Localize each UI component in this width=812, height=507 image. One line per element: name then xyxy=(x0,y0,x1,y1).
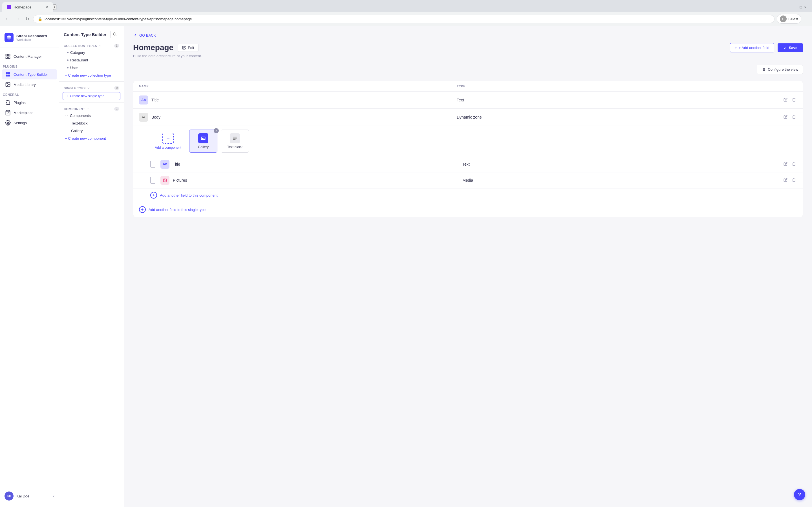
add-field-component-label: Add another field to this component xyxy=(160,193,218,198)
profile-btn[interactable]: G Guest xyxy=(777,14,801,24)
sidebar-item-content-manager-label: Content Manager xyxy=(13,54,42,59)
svg-rect-4 xyxy=(6,72,8,74)
content-table: NAME TYPE Ab Title Text xyxy=(133,81,803,217)
create-component-btn[interactable]: + Create new component xyxy=(59,135,124,142)
delete-field-title-btn[interactable] xyxy=(791,97,797,104)
save-btn[interactable]: Save xyxy=(777,43,803,52)
svg-rect-7 xyxy=(8,75,10,76)
field-label-title: Title xyxy=(151,98,159,102)
component-item-gallery[interactable]: × Gallery xyxy=(189,129,217,153)
nested-field-actions-pictures xyxy=(774,177,797,184)
create-component-label: + Create new component xyxy=(65,136,106,140)
sidebar-collapse-btn[interactable]: ‹ xyxy=(53,494,54,498)
go-back-btn[interactable]: GO BACK xyxy=(133,33,803,38)
panel-item-user[interactable]: User xyxy=(59,64,124,71)
panel-search-btn[interactable] xyxy=(110,31,119,38)
sidebar-item-settings[interactable]: Settings xyxy=(2,118,57,128)
sidebar-item-marketplace[interactable]: Marketplace xyxy=(2,108,57,118)
new-tab-btn[interactable]: + xyxy=(53,4,56,10)
panel-item-user-label: User xyxy=(70,66,78,70)
url-text: localhost:1337/admin/plugins/content-typ… xyxy=(45,17,192,21)
menu-dots[interactable]: ⋮ xyxy=(804,16,809,22)
svg-rect-2 xyxy=(6,57,8,59)
sidebar-item-media-library[interactable]: Media Library xyxy=(2,79,57,90)
configure-view-btn[interactable]: Configure the view xyxy=(757,65,803,74)
component-label: COMPONENT xyxy=(64,107,90,111)
edit-field-title-btn[interactable] xyxy=(782,97,789,104)
gallery-close-btn[interactable]: × xyxy=(214,128,219,133)
header-actions: + + Add another field Save xyxy=(730,43,803,52)
component-item-text-block[interactable]: Text-block xyxy=(221,129,249,153)
forward-btn[interactable]: → xyxy=(13,15,21,22)
reload-btn[interactable]: ↻ xyxy=(24,15,31,23)
components-group[interactable]: Components xyxy=(59,112,124,119)
edit-nested-title-btn[interactable] xyxy=(782,161,789,168)
divider-2 xyxy=(59,102,124,103)
add-component-label: Add a component xyxy=(155,146,181,150)
back-btn[interactable]: ← xyxy=(3,15,11,22)
svg-line-13 xyxy=(116,35,116,36)
window-close[interactable]: × xyxy=(804,5,806,9)
panel-item-category[interactable]: Category xyxy=(59,49,124,56)
col-type: TYPE xyxy=(457,84,774,88)
svg-rect-5 xyxy=(8,72,10,74)
nested-row-pictures: Pictures Media xyxy=(133,172,803,188)
nested-text-icon: Ab xyxy=(160,160,169,169)
delete-nested-title-btn[interactable] xyxy=(791,161,797,168)
nested-field-label-pictures: Pictures xyxy=(173,178,187,182)
configure-view-label: Configure the view xyxy=(768,67,798,71)
panel-item-text-block-label: Text-block xyxy=(71,121,88,125)
single-type-header: SINGLE TYPE 0 xyxy=(59,84,124,91)
field-actions-title xyxy=(774,97,797,104)
go-back-label: GO BACK xyxy=(139,33,156,38)
sidebar-item-marketplace-label: Marketplace xyxy=(13,111,34,115)
svg-point-25 xyxy=(164,179,165,180)
dynamic-field-icon: ∞ xyxy=(139,113,148,122)
panel-item-restaurant[interactable]: Restaurant xyxy=(59,56,124,64)
delete-field-body-btn[interactable] xyxy=(791,114,797,121)
app: Strapi Dashboard Workplace Content Manag… xyxy=(0,26,812,507)
delete-nested-pictures-btn[interactable] xyxy=(791,177,797,184)
edit-nested-pictures-btn[interactable] xyxy=(782,177,789,184)
panel-item-gallery[interactable]: Gallery xyxy=(59,127,124,135)
page-title: Homepage xyxy=(133,43,173,52)
svg-point-11 xyxy=(7,122,9,124)
create-collection-btn[interactable]: + Create new collection type xyxy=(59,71,124,79)
panel-item-restaurant-label: Restaurant xyxy=(70,58,88,62)
gallery-icon xyxy=(198,133,208,144)
window-maximize[interactable]: □ xyxy=(800,5,802,9)
svg-rect-0 xyxy=(6,54,8,56)
add-another-field-btn[interactable]: + + Add another field xyxy=(730,43,774,52)
component-header: COMPONENT 1 xyxy=(59,105,124,112)
help-btn[interactable]: ? xyxy=(794,489,805,500)
text-block-label: Text-block xyxy=(227,145,243,149)
active-tab[interactable]: Homepage × xyxy=(2,2,53,12)
create-single-type-btn[interactable]: + Create new single type xyxy=(63,92,120,100)
sidebar-item-plugins[interactable]: Plugins xyxy=(2,98,57,108)
sidebar-item-content-type-builder[interactable]: Content-Type Builder xyxy=(2,69,57,79)
sidebar: Strapi Dashboard Workplace Content Manag… xyxy=(0,26,59,507)
add-field-to-single-type-btn[interactable]: + Add another field to this single type xyxy=(133,202,803,217)
divider-1 xyxy=(59,81,124,82)
sidebar-item-content-manager[interactable]: Content Manager xyxy=(2,51,57,61)
collection-types-header: COLLECTION TYPES 3 xyxy=(59,42,124,49)
add-component-btn[interactable]: + Add a component xyxy=(150,129,186,153)
table-header: NAME TYPE xyxy=(133,81,803,92)
address-bar[interactable]: 🔒 localhost:1337/admin/plugins/content-t… xyxy=(33,15,774,23)
single-type-label: SINGLE TYPE xyxy=(64,87,90,90)
save-btn-label: Save xyxy=(789,46,797,50)
favicon xyxy=(7,5,11,9)
add-field-to-component-btn[interactable]: + Add another field to this component xyxy=(133,188,803,202)
page-subtitle: Build the data architecture of your cont… xyxy=(133,54,202,58)
edit-btn[interactable]: Edit xyxy=(178,44,198,52)
nav-section-general: Plugins Marketplace Settings xyxy=(0,98,59,128)
component-count: 1 xyxy=(114,107,119,111)
tab-close-btn[interactable]: × xyxy=(46,4,49,10)
dot-icon xyxy=(67,59,68,61)
field-name-body: ∞ Body xyxy=(139,113,457,122)
lock-icon: 🔒 xyxy=(38,17,42,21)
window-minimize[interactable]: − xyxy=(795,5,798,9)
panel-item-text-block[interactable]: Text-block xyxy=(59,119,124,127)
add-component-icon: + xyxy=(162,133,174,144)
edit-field-body-btn[interactable] xyxy=(782,114,789,121)
